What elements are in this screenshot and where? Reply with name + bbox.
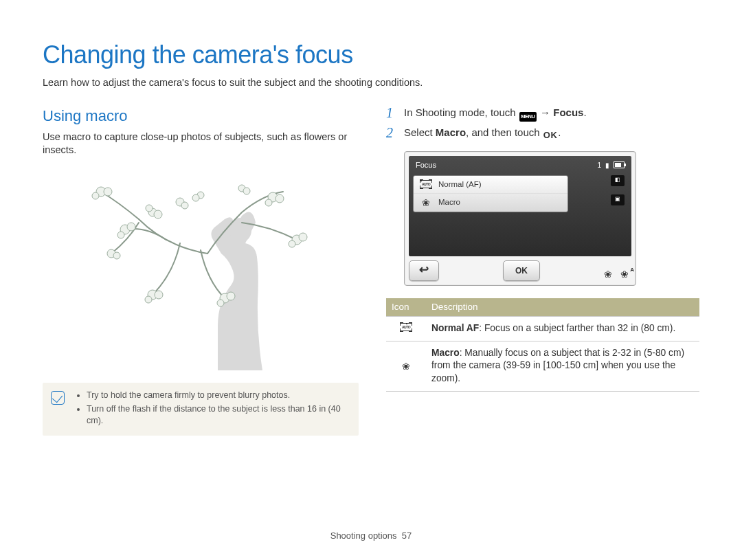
- screen-title: Focus: [416, 160, 436, 170]
- step-1: 1 In Shooting mode, touch MENU → Focus.: [386, 106, 699, 122]
- th-description: Description: [426, 298, 699, 317]
- svg-point-5: [127, 223, 135, 231]
- svg-point-13: [276, 194, 284, 203]
- macro-icon: ❀: [420, 198, 431, 208]
- step-number: 2: [386, 124, 393, 142]
- battery-icon: [614, 161, 625, 168]
- svg-point-27: [243, 188, 250, 194]
- macro-icon: ❀: [604, 269, 612, 279]
- sd-icon: ▮: [605, 161, 609, 170]
- back-icon: ↩: [419, 262, 429, 278]
- side-badge-top: ◧: [611, 175, 625, 186]
- svg-point-3: [92, 192, 99, 199]
- table-row: AUTO Normal AF: Focus on a subject farth…: [386, 317, 699, 341]
- ok-icon: OK: [543, 129, 558, 142]
- left-column: Using macro Use macro to capture close-u…: [43, 106, 359, 435]
- svg-point-20: [145, 296, 152, 303]
- side-badge-bottom: ▣: [611, 194, 625, 205]
- focus-option-normal-af[interactable]: AUTO Normal (AF): [414, 176, 567, 194]
- step-2: 2 Select Macro, and then touch OK.: [386, 126, 699, 142]
- normal-af-icon: AUTO: [386, 317, 426, 341]
- using-macro-heading: Using macro: [43, 106, 359, 126]
- focus-description-table: Icon Description AUTO Normal AF: Focus o…: [386, 298, 699, 392]
- macro-icon: ❀: [386, 341, 426, 391]
- page-footer: Shooting options 57: [0, 530, 742, 542]
- svg-point-8: [154, 210, 162, 219]
- menu-icon: MENU: [519, 112, 537, 122]
- svg-point-6: [117, 232, 124, 238]
- tip-item: Turn off the flash if the distance to th…: [87, 403, 350, 427]
- tip-item: Try to hold the camera firmly to prevent…: [87, 390, 350, 401]
- svg-point-11: [181, 202, 188, 209]
- page-root: Changing the camera's focus Learn how to…: [0, 0, 742, 560]
- right-column: 1 In Shooting mode, touch MENU → Focus. …: [386, 106, 699, 435]
- svg-point-25: [217, 300, 224, 306]
- step-number: 1: [386, 104, 393, 122]
- normal-af-icon: AUTO: [420, 180, 431, 188]
- focus-mode-list: AUTO Normal (AF) ❀ Macro: [413, 175, 568, 212]
- camera-screen: Focus 1 ▮ AUTO Normal (AF): [404, 151, 636, 286]
- svg-point-17: [289, 240, 295, 247]
- status-icons: 1 ▮: [597, 161, 625, 170]
- table-row: ❀ Macro: Manually focus on a subject tha…: [386, 341, 699, 391]
- svg-point-22: [113, 252, 120, 259]
- svg-point-19: [155, 291, 163, 299]
- svg-point-16: [299, 233, 307, 241]
- svg-point-29: [192, 194, 199, 201]
- illustration-photographer: [63, 164, 338, 370]
- th-icon: Icon: [386, 298, 426, 317]
- ok-button[interactable]: OK: [503, 260, 540, 281]
- page-intro: Learn how to adjust the camera's focus t…: [43, 76, 699, 90]
- auto-macro-icon: ❀A: [620, 268, 629, 281]
- svg-point-2: [104, 188, 112, 196]
- tip-box: Try to hold the camera firmly to prevent…: [43, 383, 359, 436]
- svg-point-14: [265, 199, 272, 206]
- svg-point-24: [227, 292, 235, 300]
- using-macro-paragraph: Use macro to capture close-up photos of …: [43, 131, 359, 157]
- note-icon: [51, 391, 65, 405]
- svg-point-9: [146, 205, 153, 212]
- page-title: Changing the camera's focus: [43, 38, 699, 72]
- focus-option-macro[interactable]: ❀ Macro: [414, 194, 567, 212]
- back-button[interactable]: ↩: [409, 260, 439, 281]
